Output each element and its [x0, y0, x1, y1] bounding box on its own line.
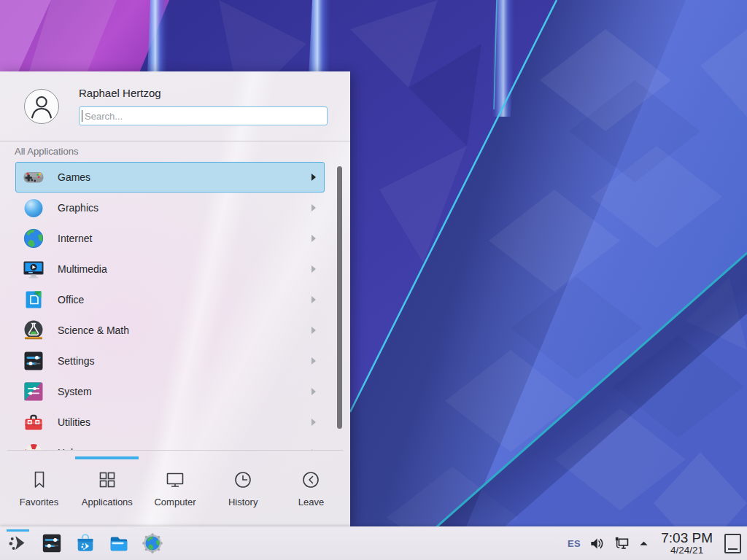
taskbar: ES 7:03 PM 4/24/21 — [0, 526, 747, 560]
tab-label: Leave — [298, 497, 324, 508]
tab-applications[interactable]: Applications — [73, 458, 141, 522]
menu-item-games[interactable]: Games — [15, 162, 325, 192]
network-icon[interactable] — [614, 535, 630, 552]
favorites-icon — [29, 470, 50, 490]
office-icon — [22, 288, 45, 311]
internet-icon — [22, 227, 45, 250]
submenu-arrow-icon — [311, 174, 316, 181]
browser-icon — [142, 532, 163, 554]
application-launcher: Raphael Hertzog All Applications GamesGr… — [0, 71, 350, 526]
footer-divider — [7, 450, 343, 451]
submenu-arrow-icon — [311, 357, 316, 365]
taskbar-button-file-manager[interactable] — [107, 528, 131, 559]
clock-time: 7:03 PM — [661, 531, 713, 545]
text-cursor — [82, 110, 82, 122]
menu-item-settings[interactable]: Settings — [15, 346, 325, 376]
games-icon — [22, 166, 45, 189]
submenu-arrow-icon — [311, 296, 316, 303]
menu-item-label: Graphics — [58, 202, 98, 214]
menu-item-office[interactable]: Office — [15, 284, 325, 315]
leave-icon — [301, 470, 321, 490]
settings-icon — [22, 349, 45, 373]
submenu-arrow-icon — [311, 419, 316, 426]
task-icons — [6, 526, 164, 560]
menu-item-label: Office — [58, 294, 84, 306]
search-input[interactable] — [79, 106, 328, 125]
menu-item-label: Utilities — [58, 416, 90, 428]
digital-clock[interactable]: 7:03 PM 4/24/21 — [661, 531, 713, 555]
utilities-icon — [22, 411, 45, 434]
menu-item-internet[interactable]: Internet — [15, 223, 325, 254]
systemsettings-icon — [41, 532, 63, 554]
menu-item-system[interactable]: System — [15, 376, 325, 407]
user-name: Raphael Hertzog — [79, 87, 161, 99]
dolphin-icon — [108, 532, 130, 554]
user-avatar-icon — [24, 89, 59, 124]
menu-item-label: Science & Math — [58, 324, 129, 336]
menu-item-label: Multimedia — [58, 263, 107, 275]
menu-item-utilities[interactable]: Utilities — [15, 407, 325, 438]
taskbar-button-web-browser[interactable] — [140, 528, 164, 559]
tab-label: Computer — [154, 497, 196, 508]
menu-item-graphics[interactable]: Graphics — [15, 192, 325, 223]
menu-item-multimedia[interactable]: Multimedia — [15, 254, 325, 284]
menu-item-label: Internet — [58, 233, 92, 244]
keyboard-layout-indicator[interactable]: ES — [568, 538, 581, 549]
taskbar-button-discover[interactable] — [73, 528, 97, 559]
menu-item-label: Settings — [58, 355, 95, 367]
clock-date: 4/24/21 — [670, 545, 703, 556]
science-icon — [22, 319, 45, 342]
kickoff-icon — [7, 532, 29, 554]
submenu-arrow-icon — [311, 235, 316, 242]
system-tray: ES 7:03 PM 4/24/21 — [568, 526, 741, 560]
menu-item-label: System — [58, 386, 92, 397]
tab-history[interactable]: History — [209, 458, 277, 522]
tab-label: History — [228, 497, 258, 508]
menu-item-science-math[interactable]: Science & Math — [15, 315, 325, 346]
tab-computer[interactable]: Computer — [141, 458, 209, 522]
history-icon — [233, 470, 253, 490]
computer-icon — [165, 470, 185, 490]
volume-icon[interactable] — [589, 535, 605, 552]
multimedia-icon — [22, 257, 45, 281]
tab-label: Favorites — [20, 497, 58, 508]
submenu-arrow-icon — [311, 388, 316, 395]
discover-icon — [74, 532, 96, 554]
launcher-header: Raphael Hertzog — [0, 71, 350, 141]
submenu-arrow-icon — [311, 204, 316, 211]
menu-item-help[interactable]: Help — [15, 438, 325, 451]
graphics-icon — [22, 196, 45, 219]
tab-leave[interactable]: Leave — [277, 458, 345, 522]
tab-label: Applications — [82, 497, 133, 508]
taskbar-button-application-launcher[interactable] — [6, 528, 30, 559]
system-icon — [22, 380, 45, 403]
taskbar-button-system-settings[interactable] — [39, 528, 63, 559]
section-label: All Applications — [15, 146, 78, 157]
launcher-tabs: FavoritesApplicationsComputerHistoryLeav… — [5, 458, 345, 522]
category-list: GamesGraphicsInternetMultimediaOfficeSci… — [15, 162, 325, 451]
show-desktop-button[interactable] — [724, 534, 741, 553]
tray-expander-caret-icon[interactable] — [638, 538, 649, 549]
tab-favorites[interactable]: Favorites — [5, 458, 73, 522]
submenu-arrow-icon — [311, 327, 316, 334]
applications-icon — [97, 470, 117, 490]
menu-item-label: Games — [58, 171, 90, 183]
submenu-arrow-icon — [311, 265, 316, 273]
scrollbar-thumb[interactable] — [337, 166, 342, 429]
